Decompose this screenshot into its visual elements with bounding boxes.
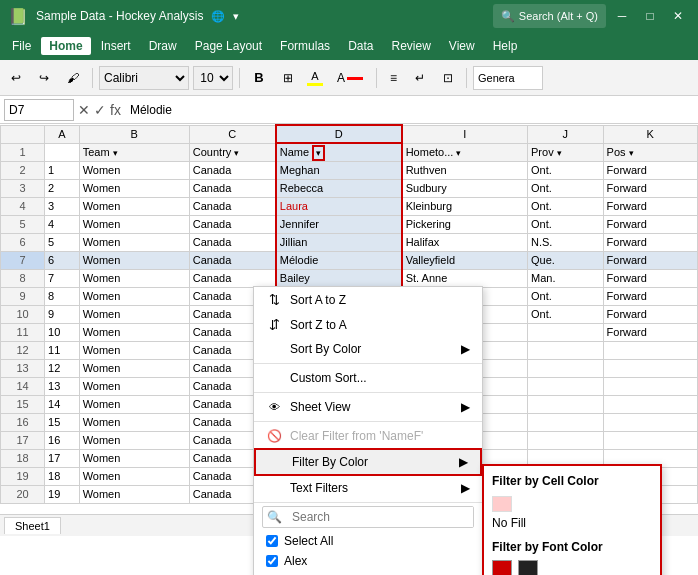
menu-page-layout[interactable]: Page Layout bbox=[187, 37, 270, 55]
align-button[interactable]: ≡ bbox=[383, 68, 404, 88]
col-header-d[interactable]: D bbox=[276, 125, 402, 143]
menu-home[interactable]: Home bbox=[41, 37, 90, 55]
confirm-formula-icon[interactable]: ✓ bbox=[94, 102, 106, 118]
search-bar[interactable]: 🔍 Search (Alt + Q) bbox=[493, 4, 606, 28]
formula-input[interactable] bbox=[125, 99, 694, 121]
sheet-tab[interactable]: Sheet1 bbox=[4, 517, 61, 534]
formula-bar: D7 ✕ ✓ fx bbox=[0, 96, 698, 124]
table-row: 4 3 Women Canada Laura Kleinburg Ont. Fo… bbox=[1, 197, 698, 215]
table-row: 2 1 Women Canada Meghan Ruthven Ont. For… bbox=[1, 161, 698, 179]
menu-bar: File Home Insert Draw Page Layout Formul… bbox=[0, 32, 698, 60]
close-button[interactable]: ✕ bbox=[666, 4, 690, 28]
sort-za-icon: ⇵ bbox=[266, 317, 282, 332]
toolbar-sep-1 bbox=[92, 68, 93, 88]
sort-color-arrow: ▶ bbox=[461, 342, 470, 356]
filter-arrow-i[interactable]: ▾ bbox=[456, 148, 461, 158]
sheet-view-arrow: ▶ bbox=[461, 400, 470, 414]
menu-help[interactable]: Help bbox=[485, 37, 526, 55]
font-color-swatch bbox=[347, 77, 363, 80]
table-row: 8 7 Women Canada Bailey St. Anne Man. Fo… bbox=[1, 269, 698, 287]
borders-button[interactable]: ⊞ bbox=[276, 68, 300, 88]
maximize-button[interactable]: □ bbox=[638, 4, 662, 28]
redo-button[interactable]: ↪ bbox=[32, 68, 56, 88]
insert-function-icon[interactable]: fx bbox=[110, 102, 121, 118]
title-bar: 📗 Sample Data - Hockey Analysis 🌐 ▾ 🔍 Se… bbox=[0, 0, 698, 32]
clear-filter-item[interactable]: 🚫 Clear Filter from 'NameF' bbox=[254, 424, 482, 448]
col-header-i[interactable]: I bbox=[402, 125, 528, 143]
merge-button[interactable]: ⊡ bbox=[436, 68, 460, 88]
col-header-k[interactable]: K bbox=[603, 125, 697, 143]
filter-search-box[interactable]: 🔍 bbox=[262, 506, 474, 528]
sheet-view-icon: 👁 bbox=[266, 401, 282, 413]
black-font-color-swatch[interactable] bbox=[518, 560, 538, 575]
cancel-formula-icon[interactable]: ✕ bbox=[78, 102, 90, 118]
alex-checkbox[interactable] bbox=[266, 555, 278, 567]
custom-sort-item[interactable]: Custom Sort... bbox=[254, 366, 482, 390]
col-header-row bbox=[1, 125, 45, 143]
sort-az-item[interactable]: ⇅ Sort A to Z bbox=[254, 287, 482, 312]
filter-search-input[interactable] bbox=[286, 507, 473, 527]
font-size-select[interactable]: 10 bbox=[193, 66, 233, 90]
clear-filter-icon: 🚫 bbox=[266, 429, 282, 443]
ctx-sep-2 bbox=[254, 392, 482, 393]
context-menu: ⇅ Sort A to Z ⇵ Sort Z to A Sort By Colo… bbox=[253, 286, 483, 575]
menu-data[interactable]: Data bbox=[340, 37, 381, 55]
sort-az-icon: ⇅ bbox=[266, 292, 282, 307]
title-dropdown-icon[interactable]: ▾ bbox=[233, 10, 239, 23]
filter-arrow-j[interactable]: ▾ bbox=[557, 148, 562, 158]
format-painter[interactable]: 🖌 bbox=[60, 68, 86, 88]
no-fill-label: No Fill bbox=[492, 516, 652, 530]
text-filters-item[interactable]: Text Filters ▶ bbox=[254, 476, 482, 500]
toolbar: ↩ ↪ 🖌 Calibri 10 B ⊞ A A ≡ ↵ ⊡ Genera bbox=[0, 60, 698, 96]
highlight-color-swatch bbox=[307, 83, 323, 86]
menu-view[interactable]: View bbox=[441, 37, 483, 55]
toolbar-sep-4 bbox=[466, 68, 467, 88]
filter-item-alex[interactable]: Alex bbox=[254, 551, 482, 571]
cell-reference-box[interactable]: D7 bbox=[4, 99, 74, 121]
filter-arrow-d[interactable]: ▾ bbox=[312, 145, 325, 161]
red-font-color-swatch[interactable] bbox=[492, 560, 512, 575]
undo-button[interactable]: ↩ bbox=[4, 68, 28, 88]
font-color-swatches bbox=[492, 560, 652, 575]
menu-file[interactable]: File bbox=[4, 37, 39, 55]
minimize-button[interactable]: ─ bbox=[610, 4, 634, 28]
sheet-view-item[interactable]: 👁 Sheet View ▶ bbox=[254, 395, 482, 419]
table-row: 1 Team ▾ Country ▾ Name ▾ Hometo... ▾ Pr… bbox=[1, 143, 698, 161]
filter-arrow-c[interactable]: ▾ bbox=[234, 148, 239, 158]
table-row: 5 4 Women Canada Jennifer Pickering Ont.… bbox=[1, 215, 698, 233]
filter-arrow-b[interactable]: ▾ bbox=[113, 148, 118, 158]
table-row: 6 5 Women Canada Jillian Halifax N.S. Fo… bbox=[1, 233, 698, 251]
sort-za-item[interactable]: ⇵ Sort Z to A bbox=[254, 312, 482, 337]
sort-color-item[interactable]: Sort By Color ▶ bbox=[254, 337, 482, 361]
table-row: 7 6 Women Canada Mélodie Valleyfield Que… bbox=[1, 251, 698, 269]
filter-item-amanda[interactable]: Amanda bbox=[254, 571, 482, 575]
pink-cell-color-swatch[interactable] bbox=[492, 496, 512, 512]
app-icon: 📗 bbox=[8, 7, 28, 26]
col-header-a[interactable]: A bbox=[45, 125, 80, 143]
menu-draw[interactable]: Draw bbox=[141, 37, 185, 55]
bold-button[interactable]: B bbox=[246, 66, 272, 90]
column-headers-row: A B C D I J K bbox=[1, 125, 698, 143]
filter-arrow-k[interactable]: ▾ bbox=[629, 148, 634, 158]
select-all-item[interactable]: Select All bbox=[254, 531, 482, 551]
text-filters-arrow: ▶ bbox=[461, 481, 470, 495]
col-header-j[interactable]: J bbox=[528, 125, 604, 143]
number-format-select[interactable]: Genera bbox=[473, 66, 543, 90]
ctx-sep-1 bbox=[254, 363, 482, 364]
col-header-c[interactable]: C bbox=[189, 125, 276, 143]
wrap-button[interactable]: ↵ bbox=[408, 68, 432, 88]
toolbar-sep-2 bbox=[239, 68, 240, 88]
menu-insert[interactable]: Insert bbox=[93, 37, 139, 55]
filter-color-submenu: Filter by Cell Color No Fill Filter by F… bbox=[482, 464, 662, 575]
select-all-checkbox[interactable] bbox=[266, 535, 278, 547]
highlight-color-button[interactable]: A bbox=[304, 69, 326, 87]
col-header-b[interactable]: B bbox=[79, 125, 189, 143]
filter-by-color-item[interactable]: Filter By Color ▶ bbox=[254, 448, 482, 476]
ctx-sep-3 bbox=[254, 421, 482, 422]
font-color-button[interactable]: A bbox=[330, 68, 370, 88]
menu-formulas[interactable]: Formulas bbox=[272, 37, 338, 55]
menu-review[interactable]: Review bbox=[383, 37, 438, 55]
filter-cell-color-title: Filter by Cell Color bbox=[492, 474, 652, 488]
font-name-select[interactable]: Calibri bbox=[99, 66, 189, 90]
main-area: A B C D I J K 1 Team ▾ Country ▾ Name ▾ bbox=[0, 124, 698, 514]
